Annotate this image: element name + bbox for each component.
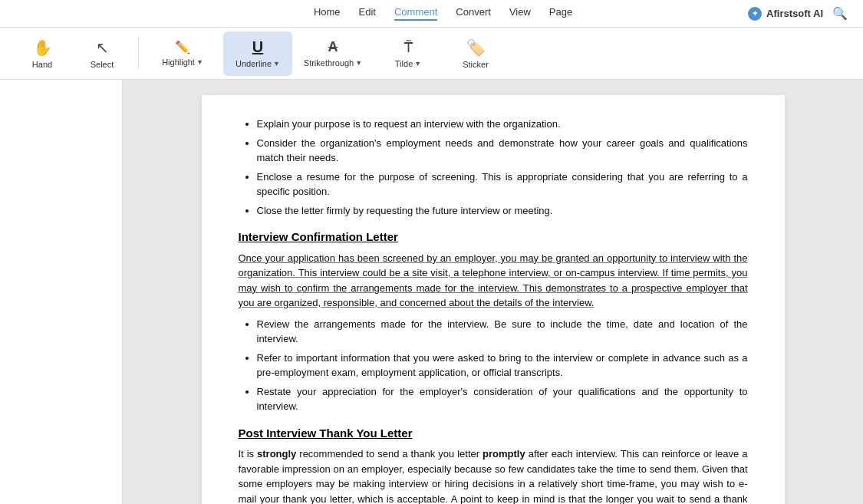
intro-bullet-2: Consider the organization's employment n…: [257, 136, 748, 166]
section1-title: Interview Confirmation Letter: [239, 229, 748, 246]
nav-convert[interactable]: Convert: [456, 6, 491, 21]
section2-body: It is strongly recommended to send a tha…: [239, 446, 748, 504]
nav-comment[interactable]: Comment: [394, 6, 437, 21]
sticker-tool[interactable]: 🏷️ Sticker: [449, 31, 502, 76]
underline-icon: U: [252, 38, 263, 56]
brand-logo: ✦ Afirstsoft AI: [748, 7, 823, 21]
intro-bullet-4: Close the letter firmly by requesting th…: [257, 203, 748, 219]
section2-body-part2: recommended to send a thank you letter: [296, 448, 483, 460]
tilde-icon: T̃: [404, 39, 413, 56]
strikethrough-icon: A: [328, 39, 338, 55]
section2-body-part1: It is: [239, 448, 258, 460]
underline-label: Underline: [236, 59, 272, 68]
sticker-icon: 🏷️: [466, 38, 486, 57]
nav-home[interactable]: Home: [314, 6, 341, 21]
intro-bullet-1: Explain your purpose is to request an in…: [257, 117, 748, 132]
tilde-tool[interactable]: T̃ Tilde ▼: [374, 31, 443, 76]
strikethrough-label: Strikethrough: [304, 58, 354, 68]
hand-tool[interactable]: ✋ Hand: [15, 31, 69, 76]
section2-body-bold1: strongly: [257, 448, 296, 460]
sidebar-left: [0, 80, 123, 504]
divider-1: [138, 38, 139, 69]
nav-view[interactable]: View: [509, 6, 531, 21]
intro-bullets: Explain your purpose is to request an in…: [257, 117, 748, 218]
document-area: Explain your purpose is to request an in…: [123, 80, 863, 504]
section2-title: Post Interview Thank You Letter: [239, 425, 748, 443]
toolbar: ✋ Hand ↖ Select ✏️ Highlight ▼ U Underli…: [0, 28, 863, 80]
hand-icon: ✋: [33, 38, 52, 57]
nav-page[interactable]: Page: [549, 6, 572, 21]
section1-bullets: Review the arrangements made for the int…: [257, 317, 748, 414]
top-navigation: Home Edit Comment Convert View Page ✦ Af…: [0, 0, 863, 28]
strikethrough-tool[interactable]: A Strikethrough ▼: [298, 31, 367, 76]
nav-links: Home Edit Comment Convert View Page: [138, 6, 748, 21]
document-content: Explain your purpose is to request an in…: [239, 117, 748, 504]
main-area: Explain your purpose is to request an in…: [0, 80, 863, 504]
select-tool[interactable]: ↖ Select: [75, 31, 129, 76]
section1-bullet-2: Refer to important information that you …: [257, 351, 748, 380]
brand-name: Afirstsoft AI: [766, 8, 823, 19]
underline-dropdown-arrow: ▼: [273, 60, 280, 68]
select-icon: ↖: [96, 38, 109, 57]
brand-icon: ✦: [748, 7, 762, 21]
sticker-label: Sticker: [463, 60, 489, 69]
highlight-label: Highlight: [162, 58, 195, 67]
nav-edit[interactable]: Edit: [359, 6, 376, 21]
highlight-dropdown-arrow: ▼: [196, 58, 203, 66]
tilde-dropdown-arrow: ▼: [414, 60, 421, 68]
section2-body-bold2: promptly: [483, 448, 525, 460]
document-page: Explain your purpose is to request an in…: [202, 95, 785, 504]
search-icon[interactable]: 🔍: [832, 6, 848, 21]
tilde-label: Tilde: [395, 59, 413, 68]
hand-label: Hand: [32, 60, 52, 69]
section1-body: Once your application has been screened …: [239, 251, 748, 311]
section1-bullet-1: Review the arrangements made for the int…: [257, 317, 748, 347]
highlight-tool[interactable]: ✏️ Highlight ▼: [148, 31, 217, 76]
strikethrough-dropdown-arrow: ▼: [355, 59, 362, 67]
section1-bullet-3: Restate your appreciation for the employ…: [257, 384, 748, 414]
underline-tool[interactable]: U Underline ▼: [223, 31, 292, 76]
intro-bullet-3: Enclose a resume for the purpose of scre…: [257, 170, 748, 199]
top-nav-right: ✦ Afirstsoft AI 🔍: [748, 6, 848, 21]
highlight-icon: ✏️: [175, 40, 190, 54]
select-label: Select: [91, 60, 114, 69]
